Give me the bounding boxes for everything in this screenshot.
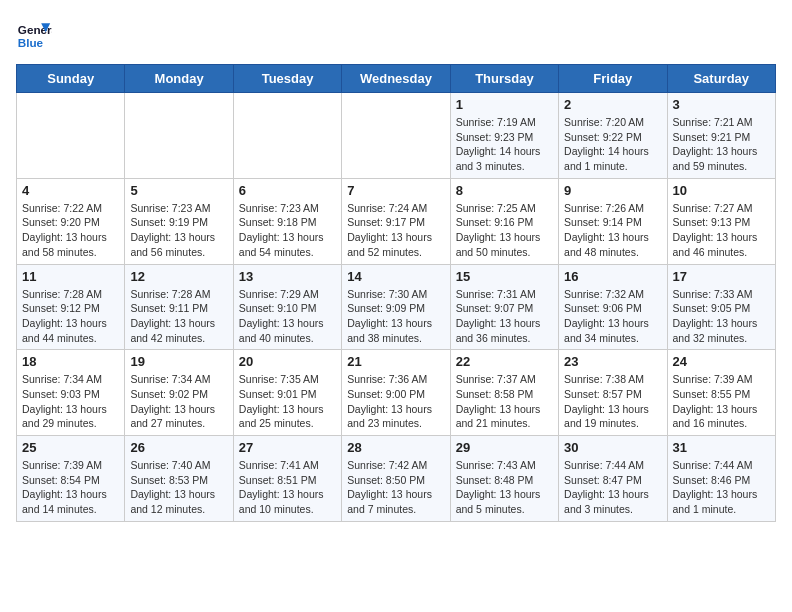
day-info: Sunrise: 7:25 AM Sunset: 9:16 PM Dayligh… — [456, 201, 553, 260]
calendar-cell — [233, 93, 341, 179]
day-number: 18 — [22, 354, 119, 369]
day-number: 8 — [456, 183, 553, 198]
header-thursday: Thursday — [450, 65, 558, 93]
day-number: 22 — [456, 354, 553, 369]
day-number: 5 — [130, 183, 227, 198]
calendar-cell: 25Sunrise: 7:39 AM Sunset: 8:54 PM Dayli… — [17, 436, 125, 522]
day-number: 4 — [22, 183, 119, 198]
day-number: 17 — [673, 269, 770, 284]
day-info: Sunrise: 7:22 AM Sunset: 9:20 PM Dayligh… — [22, 201, 119, 260]
day-number: 1 — [456, 97, 553, 112]
day-number: 2 — [564, 97, 661, 112]
calendar-cell: 23Sunrise: 7:38 AM Sunset: 8:57 PM Dayli… — [559, 350, 667, 436]
header-wednesday: Wednesday — [342, 65, 450, 93]
day-info: Sunrise: 7:21 AM Sunset: 9:21 PM Dayligh… — [673, 115, 770, 174]
calendar-week-3: 11Sunrise: 7:28 AM Sunset: 9:12 PM Dayli… — [17, 264, 776, 350]
day-info: Sunrise: 7:35 AM Sunset: 9:01 PM Dayligh… — [239, 372, 336, 431]
svg-text:Blue: Blue — [18, 36, 44, 49]
day-info: Sunrise: 7:44 AM Sunset: 8:47 PM Dayligh… — [564, 458, 661, 517]
day-info: Sunrise: 7:19 AM Sunset: 9:23 PM Dayligh… — [456, 115, 553, 174]
day-info: Sunrise: 7:38 AM Sunset: 8:57 PM Dayligh… — [564, 372, 661, 431]
day-number: 23 — [564, 354, 661, 369]
calendar-cell: 15Sunrise: 7:31 AM Sunset: 9:07 PM Dayli… — [450, 264, 558, 350]
calendar-table: SundayMondayTuesdayWednesdayThursdayFrid… — [16, 64, 776, 522]
calendar-cell — [125, 93, 233, 179]
calendar-cell: 7Sunrise: 7:24 AM Sunset: 9:17 PM Daylig… — [342, 178, 450, 264]
day-info: Sunrise: 7:28 AM Sunset: 9:12 PM Dayligh… — [22, 287, 119, 346]
calendar-cell: 26Sunrise: 7:40 AM Sunset: 8:53 PM Dayli… — [125, 436, 233, 522]
calendar-cell: 14Sunrise: 7:30 AM Sunset: 9:09 PM Dayli… — [342, 264, 450, 350]
day-info: Sunrise: 7:20 AM Sunset: 9:22 PM Dayligh… — [564, 115, 661, 174]
day-number: 21 — [347, 354, 444, 369]
calendar-cell: 9Sunrise: 7:26 AM Sunset: 9:14 PM Daylig… — [559, 178, 667, 264]
calendar-cell: 20Sunrise: 7:35 AM Sunset: 9:01 PM Dayli… — [233, 350, 341, 436]
day-number: 3 — [673, 97, 770, 112]
day-info: Sunrise: 7:40 AM Sunset: 8:53 PM Dayligh… — [130, 458, 227, 517]
day-info: Sunrise: 7:28 AM Sunset: 9:11 PM Dayligh… — [130, 287, 227, 346]
day-number: 25 — [22, 440, 119, 455]
day-info: Sunrise: 7:34 AM Sunset: 9:03 PM Dayligh… — [22, 372, 119, 431]
calendar-cell: 22Sunrise: 7:37 AM Sunset: 8:58 PM Dayli… — [450, 350, 558, 436]
day-number: 13 — [239, 269, 336, 284]
calendar-week-2: 4Sunrise: 7:22 AM Sunset: 9:20 PM Daylig… — [17, 178, 776, 264]
day-number: 27 — [239, 440, 336, 455]
day-number: 19 — [130, 354, 227, 369]
calendar-cell: 29Sunrise: 7:43 AM Sunset: 8:48 PM Dayli… — [450, 436, 558, 522]
day-info: Sunrise: 7:44 AM Sunset: 8:46 PM Dayligh… — [673, 458, 770, 517]
day-info: Sunrise: 7:31 AM Sunset: 9:07 PM Dayligh… — [456, 287, 553, 346]
calendar-week-1: 1Sunrise: 7:19 AM Sunset: 9:23 PM Daylig… — [17, 93, 776, 179]
logo-icon: General Blue — [16, 16, 52, 52]
calendar-cell: 18Sunrise: 7:34 AM Sunset: 9:03 PM Dayli… — [17, 350, 125, 436]
day-number: 26 — [130, 440, 227, 455]
day-info: Sunrise: 7:36 AM Sunset: 9:00 PM Dayligh… — [347, 372, 444, 431]
day-number: 31 — [673, 440, 770, 455]
calendar-header-row: SundayMondayTuesdayWednesdayThursdayFrid… — [17, 65, 776, 93]
day-number: 6 — [239, 183, 336, 198]
day-number: 12 — [130, 269, 227, 284]
calendar-cell: 27Sunrise: 7:41 AM Sunset: 8:51 PM Dayli… — [233, 436, 341, 522]
day-info: Sunrise: 7:33 AM Sunset: 9:05 PM Dayligh… — [673, 287, 770, 346]
day-info: Sunrise: 7:39 AM Sunset: 8:55 PM Dayligh… — [673, 372, 770, 431]
day-number: 30 — [564, 440, 661, 455]
day-info: Sunrise: 7:37 AM Sunset: 8:58 PM Dayligh… — [456, 372, 553, 431]
day-info: Sunrise: 7:23 AM Sunset: 9:19 PM Dayligh… — [130, 201, 227, 260]
day-info: Sunrise: 7:24 AM Sunset: 9:17 PM Dayligh… — [347, 201, 444, 260]
calendar-cell: 2Sunrise: 7:20 AM Sunset: 9:22 PM Daylig… — [559, 93, 667, 179]
calendar-cell: 19Sunrise: 7:34 AM Sunset: 9:02 PM Dayli… — [125, 350, 233, 436]
day-info: Sunrise: 7:39 AM Sunset: 8:54 PM Dayligh… — [22, 458, 119, 517]
calendar-cell: 17Sunrise: 7:33 AM Sunset: 9:05 PM Dayli… — [667, 264, 775, 350]
header: General Blue — [16, 16, 776, 52]
day-info: Sunrise: 7:32 AM Sunset: 9:06 PM Dayligh… — [564, 287, 661, 346]
day-number: 29 — [456, 440, 553, 455]
day-info: Sunrise: 7:23 AM Sunset: 9:18 PM Dayligh… — [239, 201, 336, 260]
calendar-cell: 11Sunrise: 7:28 AM Sunset: 9:12 PM Dayli… — [17, 264, 125, 350]
header-tuesday: Tuesday — [233, 65, 341, 93]
calendar-cell: 6Sunrise: 7:23 AM Sunset: 9:18 PM Daylig… — [233, 178, 341, 264]
day-number: 20 — [239, 354, 336, 369]
calendar-cell: 28Sunrise: 7:42 AM Sunset: 8:50 PM Dayli… — [342, 436, 450, 522]
calendar-cell: 24Sunrise: 7:39 AM Sunset: 8:55 PM Dayli… — [667, 350, 775, 436]
header-sunday: Sunday — [17, 65, 125, 93]
day-number: 15 — [456, 269, 553, 284]
calendar-cell: 16Sunrise: 7:32 AM Sunset: 9:06 PM Dayli… — [559, 264, 667, 350]
calendar-cell: 3Sunrise: 7:21 AM Sunset: 9:21 PM Daylig… — [667, 93, 775, 179]
calendar-cell: 13Sunrise: 7:29 AM Sunset: 9:10 PM Dayli… — [233, 264, 341, 350]
calendar-week-5: 25Sunrise: 7:39 AM Sunset: 8:54 PM Dayli… — [17, 436, 776, 522]
calendar-cell — [342, 93, 450, 179]
calendar-cell: 4Sunrise: 7:22 AM Sunset: 9:20 PM Daylig… — [17, 178, 125, 264]
calendar-week-4: 18Sunrise: 7:34 AM Sunset: 9:03 PM Dayli… — [17, 350, 776, 436]
calendar-cell: 1Sunrise: 7:19 AM Sunset: 9:23 PM Daylig… — [450, 93, 558, 179]
day-number: 16 — [564, 269, 661, 284]
calendar-cell — [17, 93, 125, 179]
day-info: Sunrise: 7:42 AM Sunset: 8:50 PM Dayligh… — [347, 458, 444, 517]
calendar-cell: 8Sunrise: 7:25 AM Sunset: 9:16 PM Daylig… — [450, 178, 558, 264]
day-number: 10 — [673, 183, 770, 198]
day-info: Sunrise: 7:27 AM Sunset: 9:13 PM Dayligh… — [673, 201, 770, 260]
calendar-cell: 31Sunrise: 7:44 AM Sunset: 8:46 PM Dayli… — [667, 436, 775, 522]
header-friday: Friday — [559, 65, 667, 93]
header-monday: Monday — [125, 65, 233, 93]
calendar-cell: 5Sunrise: 7:23 AM Sunset: 9:19 PM Daylig… — [125, 178, 233, 264]
header-saturday: Saturday — [667, 65, 775, 93]
logo: General Blue — [16, 16, 56, 52]
day-number: 24 — [673, 354, 770, 369]
